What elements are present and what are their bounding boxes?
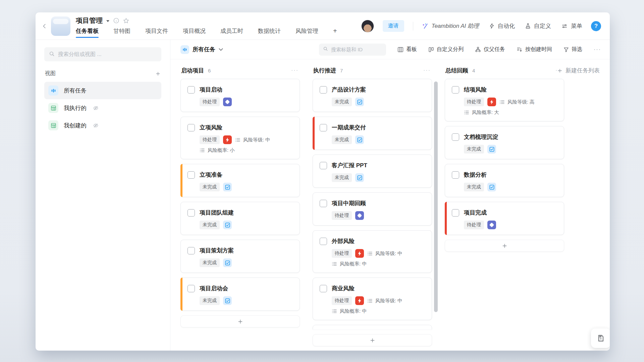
add-task-button[interactable] [180,315,300,327]
task-title: 外部风险 [332,237,355,245]
task-card[interactable]: 项目启动会未完成 [180,278,300,311]
info-icon[interactable] [113,17,119,24]
back-button[interactable] [39,20,50,32]
task-checkbox[interactable] [452,133,459,141]
add-tab-button[interactable]: + [333,27,337,38]
task-card[interactable]: 产品设计方案未完成 [313,79,432,112]
header-action-菜单[interactable]: 菜单 [561,22,582,30]
tab-项目概况[interactable]: 项目概况 [183,27,206,38]
star-icon[interactable] [123,17,129,24]
task-title: 项目团队组建 [200,209,234,217]
task-title: 立项准备 [200,171,222,179]
toolbar-button-仅父任务[interactable]: 仅父任务 [475,46,505,53]
task-checkbox[interactable] [320,86,327,94]
task-card[interactable]: 项目启动待处理 [180,79,300,112]
task-card[interactable]: 项目中期回顾待处理 [313,192,432,226]
tab-甘特图[interactable]: 甘特图 [113,27,130,38]
task-card[interactable]: 文档梳理沉淀未完成 [445,126,564,159]
doc-float-button[interactable] [591,328,610,348]
task-checkbox[interactable] [320,238,327,245]
user-avatar[interactable] [361,20,374,33]
tab-任务看板[interactable]: 任务看板 [76,27,99,38]
help-button[interactable]: ? [591,21,601,31]
task-checkbox[interactable] [187,247,195,254]
hierarchy-icon [475,47,481,52]
header-action-自定义[interactable]: 自定义 [525,22,551,30]
sidebar-view-item[interactable]: 我执行的 [44,99,161,117]
toolbar-button-筛选[interactable]: 筛选 [564,46,582,53]
detail-list-icon [332,261,337,266]
chevron-down-icon [219,48,223,51]
tab-成员工时[interactable]: 成员工时 [220,27,243,38]
task-checkbox[interactable] [187,285,195,292]
task-checkbox[interactable] [187,86,195,94]
task-card[interactable]: 项目策划方案未完成 [180,240,300,273]
task-checkbox[interactable] [320,200,327,207]
priority-bar-orange [180,278,182,311]
task-checkbox[interactable] [320,285,327,292]
task-card[interactable]: 立项准备未完成 [180,164,300,197]
sidebar-search[interactable] [44,47,161,61]
clipped-task-card [313,325,432,329]
task-checkbox[interactable] [452,86,459,94]
status-chip: 待处理 [200,98,220,106]
custom-field: 风险概率: 中 [332,261,367,267]
task-checkbox[interactable] [187,209,195,217]
task-checkbox[interactable] [187,124,195,131]
task-card[interactable]: 结项风险待处理风险等级: 高风险概率: 大 [445,79,564,121]
task-title: 项目完成 [464,209,487,217]
header-tabs: 任务看板甘特图项目文件项目概况成员工时数据统计风险管理+ [76,28,337,38]
task-title: 数据分析 [464,171,487,179]
column-count: 6 [208,68,211,73]
task-checkbox[interactable] [452,171,459,179]
column-more-button[interactable]: ··· [555,67,563,73]
task-checkbox[interactable] [320,124,327,131]
kanban-view-icon [48,85,58,96]
sidebar-view-item[interactable]: 所有任务 [44,82,161,99]
task-checkbox[interactable] [320,162,327,169]
task-card[interactable]: 外部风险待处理风险等级: 中风险概率: 中 [313,230,432,273]
task-search-input[interactable] [331,47,382,52]
column-scrollbar[interactable] [434,81,438,312]
status-chip: 待处理 [332,249,352,258]
tab-风险管理[interactable]: 风险管理 [296,27,318,38]
custom-field: 风险等级: 中 [367,298,402,304]
project-logo[interactable] [51,16,70,36]
task-card[interactable]: 数据分析未完成 [445,164,564,197]
task-card[interactable]: 客户汇报 PPT未完成 [313,155,432,188]
task-title: 项目启动 [200,86,222,94]
status-chip: 未完成 [200,258,220,267]
task-card[interactable]: 项目完成待处理 [445,202,564,235]
task-title: 商业风险 [332,285,355,292]
task-card[interactable]: 一期成果交付未完成 [313,117,432,150]
header-action-Teambition AI 助理[interactable]: Teambition AI 助理 [422,22,479,30]
tab-项目文件[interactable]: 项目文件 [145,27,168,38]
view-switcher[interactable]: 所有任务 [180,45,223,54]
column-more-button[interactable]: ··· [291,67,299,73]
column-more-button[interactable]: ··· [423,67,431,73]
toolbar-button-自定义分列[interactable]: 自定义分列 [428,46,464,53]
sidebar-search-input[interactable] [58,51,157,57]
task-checkbox[interactable] [187,171,195,179]
sidebar-view-item[interactable]: 我创建的 [44,117,161,134]
task-checkbox[interactable] [452,209,459,217]
add-view-button[interactable] [155,71,161,76]
add-task-button[interactable] [445,240,564,252]
chevron-down-icon[interactable] [106,18,110,24]
header-action-自动化[interactable]: 自动化 [489,22,515,30]
column-count: 4 [472,68,475,73]
task-card[interactable]: 商业风险待处理风险等级: 中风险概率: 中 [313,278,432,320]
task-title: 客户汇报 PPT [332,162,367,169]
toolbar-button-看板[interactable]: 看板 [397,46,417,53]
task-title: 结项风险 [464,86,487,94]
task-card[interactable]: 立项风险待处理风险等级: 中风险概率: 小 [180,117,300,159]
toolbar-more-button[interactable]: ··· [594,47,601,53]
task-search[interactable] [319,44,386,56]
task-title: 项目中期回顾 [332,199,366,207]
add-task-button[interactable] [313,334,432,346]
task-card[interactable]: 项目团队组建未完成 [180,202,300,235]
invite-button[interactable]: 邀请 [383,20,404,32]
tab-数据统计[interactable]: 数据统计 [258,27,281,38]
board-columns-icon [397,47,404,52]
toolbar-button-按创建时间[interactable]: 按创建时间 [517,46,552,53]
